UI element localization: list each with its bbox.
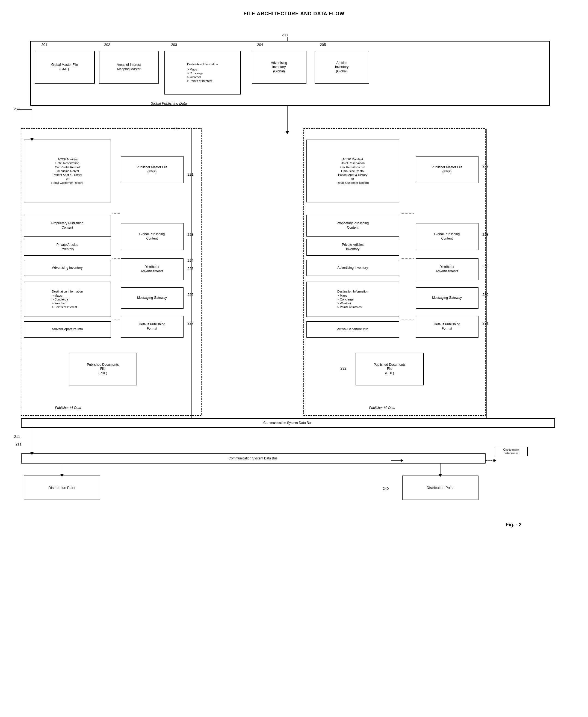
dist-point-box-2: Distribution Point [402,476,479,500]
label-220: 220 [173,126,178,130]
distrib-ads-box-2: DistributorAdvertisements [416,258,479,280]
box-202: Areas of InterestMapping Master [99,51,159,84]
global-publishing-data-label: Global Publishing Data [151,101,187,105]
fig-label: Fig. - 2 [506,522,522,528]
dest-info-box-1-text: Destination Information > Maps > Concier… [52,290,83,309]
page-title: FILE ARCHITECTURE AND DATA FLOW [11,11,577,17]
prop-content-box-1: Proprietary PublishingContent [24,215,111,236]
label-201: 201 [42,43,47,47]
publisher1-label: Publisher #1 Data [55,406,81,410]
box-201: Global Master File(GMF). [35,51,95,84]
box-203-text: Destination Information > Maps > Concier… [187,62,218,83]
distrib-ads-box-2-text: DistributorAdvertisements [436,265,458,273]
arrival-dep-box-1: Arrival/Departure Info [24,321,111,338]
private-articles-box-2-text: Private ArticlesInventory [342,243,363,251]
prop-content-box-2-text: Proprietary PublishingContent [337,221,369,230]
global-content-box-1: Global PublishingContent [121,223,184,250]
publisher2-label: Publisher #2 Data [369,406,395,410]
label-200: 200 [282,33,288,37]
pmf-box-2: Publisher Master File(PMF) [416,156,479,183]
pmf-box-1-text: Publisher Master File(PMF) [136,165,167,174]
arrival-dep-box-1-text: Arrival/Departure Info [51,327,83,332]
distrib-ads-box-1-text: DistributorAdvertisements [141,265,163,273]
dest-info-box-1: Destination Information > Maps > Concier… [24,281,111,317]
default-format-box-1-text: Default PublishingFormat [139,322,165,331]
adv-inventory-box-1: Advertising Inventory [24,260,111,276]
pdf-box-2-text: Published DocumentsFile(PDF) [374,363,405,376]
prop-content-box-1-text: Proprietary PublishingContent [51,221,83,230]
label-230: 230 [483,293,489,297]
distrib-ads-box-1: DistributorAdvertisements [121,258,184,280]
label-211-top: 211 [14,107,20,111]
pdf-box-1: Published DocumentsFile(PDF) [69,353,137,385]
private-articles-box-1-text: Private ArticlesInventory [57,243,78,251]
private-articles-box-1: Private ArticlesInventory [24,239,111,256]
label-229: 229 [483,264,489,268]
private-articles-box-2: Private ArticlesInventory [307,239,399,256]
label-225: 225 [188,267,194,271]
pdf-box-1-text: Published DocumentsFile(PDF) [87,363,119,376]
one-to-many-text: One to many distributions [503,448,519,455]
pmf-box-2-text: Publisher Master File(PMF) [432,165,462,174]
box-202-text: Areas of InterestMapping Master [117,63,141,71]
label-232: 232 [340,366,346,371]
box-201-text: Global Master File(GMF). [51,63,78,71]
acop-box-2: ACOP ManifestHotel ReservationCar Rental… [307,140,399,203]
pmf-box-1: Publisher Master File(PMF) [121,156,184,183]
global-content-box-2: Global PublishingContent [416,223,479,250]
global-content-box-1-text: Global PublishingContent [139,232,165,241]
box-205: ArticlesInventory(Global) [315,51,369,84]
messaging-box-1: Messaging Gateway [121,287,184,309]
dest-info-box-2: Destination Information > Maps > Concier… [307,281,399,317]
adv-inventory-box-2: Advertising Inventory [307,260,399,276]
label-224: 224 [188,258,194,262]
label-205: 205 [320,43,326,47]
dist-point-1-text: Distribution Point [48,486,75,490]
label-226: 226 [188,293,194,297]
comm-bus-1-text: Communication System Data Bus [263,421,312,425]
default-format-box-2: Default PublishingFormat [416,316,479,338]
default-format-box-1: Default PublishingFormat [121,316,184,338]
arrival-dep-box-2: Arrival/Departure Info [307,321,399,338]
label-202: 202 [104,43,110,47]
prop-content-box-2: Proprietary PublishingContent [307,215,399,236]
box-203: Destination Information > Maps > Concier… [164,51,241,94]
svg-marker-42 [493,459,496,462]
label-211-bottom: 211 [14,435,20,439]
default-format-box-2-text: Default PublishingFormat [434,322,460,331]
svg-text:211: 211 [16,442,22,446]
messaging-box-2-text: Messaging Gateway [432,296,462,300]
pdf-box-2: Published DocumentsFile(PDF) [356,353,424,385]
box-205-text: ArticlesInventory(Global) [335,61,349,74]
label-223: 223 [188,232,194,236]
comm-bus-1: Communication System Data Bus [21,418,555,428]
box-204: AdvertisingInventory(Global) [252,51,307,84]
label-222: 222 [483,164,489,168]
label-221: 221 [188,172,194,176]
arrival-dep-box-2-text: Arrival/Departure Info [337,327,368,332]
dist-point-box-1: Distribution Point [24,476,100,500]
label-204: 204 [257,43,263,47]
comm-bus-2-text: Communication System Data Bus [229,457,277,461]
global-content-box-2-text: Global PublishingContent [434,232,460,241]
box-204-text: AdvertisingInventory(Global) [271,61,287,74]
adv-inventory-box-1-text: Advertising Inventory [52,266,83,270]
label-231: 231 [483,321,489,325]
acop-box-1-text: . ACOP ManifestHotel ReservationCar Rent… [51,157,83,185]
messaging-box-2: Messaging Gateway [416,287,479,309]
dest-info-box-2-text: Destination Information > Maps > Concier… [337,290,368,309]
svg-marker-5 [286,127,289,130]
label-203: 203 [171,43,177,47]
label-227: 227 [188,321,194,325]
label-228: 228 [483,232,489,236]
acop-box-1: . ACOP ManifestHotel ReservationCar Rent… [24,140,111,203]
dist-point-2-text: Distribution Point [426,486,453,490]
label-240: 240 [383,486,389,490]
one-to-many-label: One to many distributions [495,447,528,456]
messaging-box-1-text: Messaging Gateway [137,296,167,300]
svg-marker-7 [19,141,23,144]
adv-inventory-box-2-text: Advertising Inventory [337,266,368,270]
acop-box-2-text: ACOP ManifestHotel ReservationCar Rental… [337,157,369,185]
comm-bus-2: Communication System Data Bus [21,454,485,463]
svg-marker-18 [286,131,289,134]
